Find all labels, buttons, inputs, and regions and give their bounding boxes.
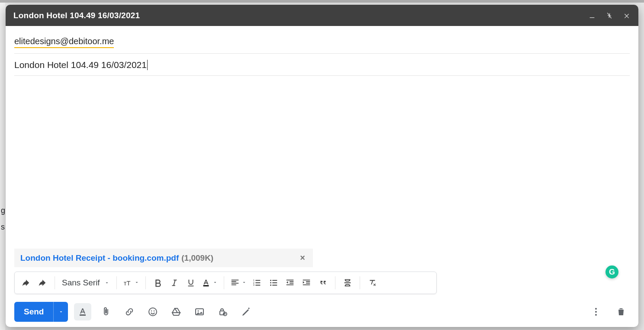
chevron-down-icon [104,278,109,288]
background-app-strip [0,0,644,3]
svg-text:тT: тT [123,280,130,287]
svg-point-7 [270,282,271,284]
confidential-mode-button[interactable] [214,303,232,320]
send-button-group: Send [14,302,68,322]
svg-rect-2 [203,285,209,287]
close-button[interactable] [623,12,631,19]
insert-drive-button[interactable] [167,303,185,320]
bulleted-list-button[interactable] [266,275,281,291]
insert-emoji-button[interactable] [144,303,161,320]
text-color-button[interactable] [200,275,219,291]
left-actions: Send [14,302,255,322]
to-row[interactable]: elitedesigns@debitoor.me [14,32,630,54]
align-button[interactable] [229,275,248,291]
chevron-down-icon [213,279,218,287]
chevron-down-icon [58,309,64,314]
svg-rect-9 [80,314,86,316]
svg-point-19 [595,314,597,316]
subject-row[interactable]: London Hotel 104.49 16/03/2021 [14,54,630,76]
close-icon [623,12,630,19]
subject-text[interactable]: London Hotel 104.49 16/03/2021 [14,60,147,70]
italic-button[interactable] [167,275,182,291]
emoji-icon [148,307,158,317]
link-icon [124,307,135,317]
insert-link-button[interactable] [121,303,138,320]
collapse-icon [606,12,613,19]
chevron-down-icon [242,279,247,287]
redo-icon [38,278,47,288]
svg-point-8 [270,285,271,286]
indent-more-button[interactable] [299,275,314,291]
italic-icon [170,278,179,288]
window-controls [588,12,631,19]
chevron-down-icon [134,279,139,287]
align-icon [230,278,240,288]
recipient-chip[interactable]: elitedesigns@debitoor.me [14,36,114,48]
attachment-chip[interactable]: London Hotel Receipt - booking.com.pdf (… [14,249,313,267]
insert-signature-button[interactable] [238,303,255,320]
svg-point-17 [595,308,597,310]
bold-icon [153,278,163,288]
indent-less-icon [285,278,295,288]
right-actions [587,303,630,320]
trash-icon [616,307,626,317]
font-family-picker[interactable]: Sans Serif [59,278,112,288]
grammarly-glyph: G [609,268,615,277]
undo-button[interactable] [18,275,34,291]
underline-button[interactable] [183,275,199,291]
attach-file-button[interactable] [97,303,115,320]
send-button[interactable]: Send [14,302,53,322]
minimize-button[interactable] [588,12,596,19]
svg-point-12 [154,311,155,312]
svg-rect-0 [590,17,595,18]
image-icon [194,307,205,317]
background-left-peek: g s [0,3,5,330]
formatting-toggle-button[interactable] [74,303,91,320]
paperclip-icon [101,307,111,317]
formatting-toolbar: Sans Serif тT 123 [14,272,437,294]
font-size-picker[interactable]: тT [121,275,141,291]
compose-body[interactable] [6,76,638,249]
numbered-list-icon: 123 [252,278,262,288]
strikethrough-button[interactable] [340,275,355,291]
pen-icon [241,307,251,317]
indent-more-icon [302,278,311,288]
lock-clock-icon [218,307,228,317]
attachment-filename: London Hotel Receipt - booking.com.pdf [20,253,179,263]
remove-formatting-button[interactable] [364,275,380,291]
send-options-button[interactable] [53,302,68,322]
discard-draft-button[interactable] [612,303,630,320]
underline-icon [186,278,196,288]
indent-less-button[interactable] [282,275,298,291]
bulleted-list-icon [269,278,278,288]
quote-icon [318,278,328,288]
attachment-remove-button[interactable]: × [298,253,307,263]
compose-title: London Hotel 104.49 16/03/2021 [13,11,140,20]
svg-point-18 [595,311,597,313]
redo-button[interactable] [35,275,50,291]
svg-text:3: 3 [253,284,254,286]
svg-point-6 [270,280,271,281]
exit-fullscreen-button[interactable] [605,12,613,19]
font-family-label: Sans Serif [62,278,100,288]
svg-point-10 [149,308,157,316]
compose-window: London Hotel 104.49 16/03/2021 elitedesi… [6,5,638,327]
minimize-icon [589,12,596,19]
numbered-list-button[interactable]: 123 [249,275,265,291]
font-size-icon: тT [123,278,132,288]
strikethrough-icon [343,278,352,288]
bold-button[interactable] [150,275,166,291]
more-vert-icon [591,307,601,317]
quote-button[interactable] [315,275,331,291]
attachments-zone: London Hotel Receipt - booking.com.pdf (… [6,249,638,269]
text-caret [147,60,148,70]
attachment-size: (1,009K) [181,253,213,263]
drive-icon [171,307,181,317]
text-format-icon [77,307,88,317]
header-fields: elitedesigns@debitoor.me London Hotel 10… [6,26,638,76]
insert-photo-button[interactable] [191,303,208,320]
more-options-button[interactable] [587,303,605,320]
grammarly-badge[interactable]: G [605,265,618,278]
remove-format-icon [367,278,377,288]
compose-titlebar: London Hotel 104.49 16/03/2021 [6,5,638,26]
